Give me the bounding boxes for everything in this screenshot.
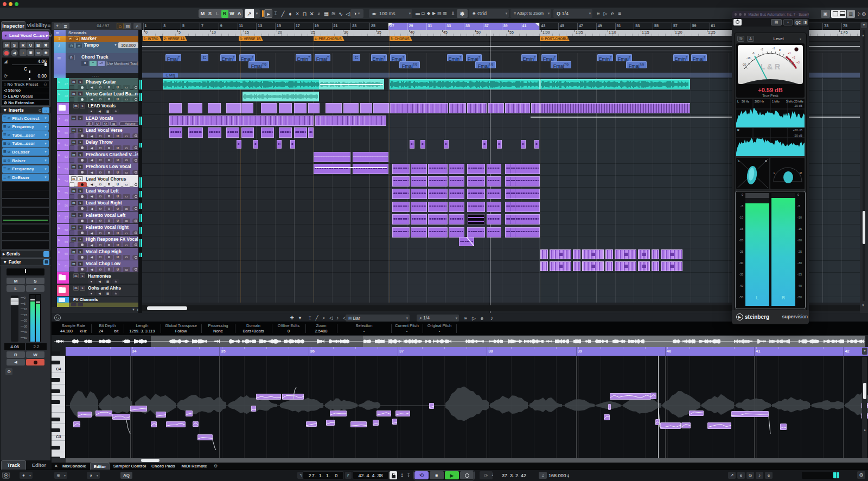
svg-text:0: 0	[779, 48, 781, 52]
svg-text:+3: +3	[796, 61, 800, 64]
svg-text:-3: -3	[761, 48, 763, 51]
svg-text:+20 dB: +20 dB	[793, 129, 802, 132]
svg-text:R: R	[765, 159, 767, 163]
svg-text:L: L	[737, 100, 739, 103]
svg-text:R: R	[800, 171, 802, 175]
svg-text:200 Hz: 200 Hz	[755, 100, 764, 103]
svg-text:-18: -18	[746, 56, 750, 60]
svg-text:L & R: L & R	[761, 62, 780, 71]
svg-text:-20 dB: -20 dB	[794, 104, 803, 107]
svg-text:+1: +1	[788, 52, 791, 55]
svg-text:-20: -20	[742, 63, 746, 66]
svg-text:L: L	[774, 171, 775, 175]
svg-text:1 kHz: 1 kHz	[772, 100, 780, 103]
svg-text:50 Hz: 50 Hz	[742, 100, 750, 103]
svg-text:R: R	[737, 129, 739, 132]
svg-text:+2: +2	[792, 56, 795, 59]
svg-text:-1: -1	[773, 47, 775, 50]
svg-text:-6: -6	[752, 52, 755, 55]
svg-text:L: L	[738, 159, 740, 163]
svg-text:-20 dB: -20 dB	[794, 134, 803, 137]
svg-text:20 kHz: 20 kHz	[794, 100, 803, 103]
svg-text:5 kHz: 5 kHz	[786, 100, 794, 103]
